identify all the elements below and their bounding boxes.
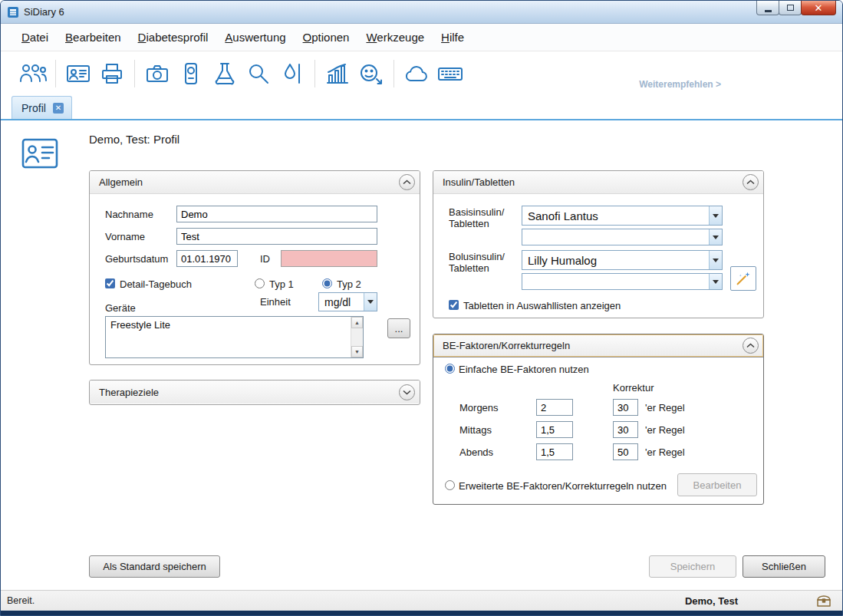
- lab-flask-icon[interactable]: [208, 57, 242, 91]
- speichern-button[interactable]: Speichern: [649, 555, 736, 578]
- devices-more-button[interactable]: ...: [387, 318, 410, 338]
- keyboard-icon[interactable]: [433, 57, 467, 91]
- menu-diabetesprofil[interactable]: Diabetesprofil: [131, 28, 216, 47]
- menu-bearbeiten[interactable]: Bearbeiten: [58, 28, 128, 47]
- app-icon: [7, 6, 19, 18]
- panel-be-faktoren-header: BE-Faktoren/Korrekturregeln: [433, 334, 763, 357]
- nachname-input[interactable]: [176, 206, 377, 222]
- als-standard-speichern-button[interactable]: Als Standard speichern: [89, 555, 220, 578]
- panel-therapieziele: Therapieziele: [89, 380, 420, 405]
- typ2-radio[interactable]: [322, 278, 332, 288]
- abends-korrektur-input[interactable]: [613, 443, 638, 460]
- nachname-label: Nachname: [105, 209, 153, 220]
- device-icon[interactable]: [174, 57, 208, 91]
- collapse-insulin-button[interactable]: [743, 174, 759, 190]
- einfache-be-label: Einfache BE-Faktoren nutzen: [459, 364, 589, 375]
- bolusinsulin-select[interactable]: Lilly Humalog: [522, 250, 723, 270]
- tab-close-icon[interactable]: ✕: [53, 103, 64, 114]
- search-icon[interactable]: [242, 57, 275, 91]
- patients-icon[interactable]: [16, 57, 50, 91]
- menu-werkzeuge[interactable]: Werkzeuge: [359, 28, 431, 47]
- mittags-label: Mittags: [459, 424, 492, 436]
- recommend-link[interactable]: Weiterempfehlen >: [639, 79, 721, 90]
- profile-card-icon[interactable]: [61, 57, 95, 91]
- menu-auswertung[interactable]: Auswertung: [218, 28, 292, 47]
- morgens-faktor-input[interactable]: [536, 399, 573, 416]
- menu-datei[interactable]: Datei: [15, 28, 55, 47]
- devices-scrollbar[interactable]: ▲ ▼: [351, 317, 363, 357]
- vorname-label: Vorname: [105, 231, 145, 242]
- einfache-be-radio[interactable]: [445, 364, 455, 374]
- geburtsdatum-input[interactable]: [176, 250, 238, 267]
- chevron-down-icon: [709, 229, 722, 245]
- abends-regel-label: 'er Regel: [645, 446, 685, 458]
- tabletten-anzeigen-label: Tabletten in Auswahllisten anzeigen: [463, 300, 621, 311]
- chevron-down-icon: [709, 251, 722, 269]
- schliessen-button[interactable]: Schließen: [743, 555, 825, 578]
- panel-be-faktoren: BE-Faktoren/Korrekturregeln Einfache BE-…: [433, 334, 764, 505]
- basisinsulin-select-2[interactable]: [522, 229, 723, 245]
- camera-icon[interactable]: [140, 57, 174, 91]
- chevron-up-icon: [403, 180, 411, 185]
- smiley-icon[interactable]: [354, 57, 388, 91]
- statistics-icon[interactable]: [321, 57, 354, 91]
- bolusinsulin-select-2[interactable]: [522, 273, 723, 290]
- insulin-wizard-button[interactable]: [730, 266, 756, 291]
- typ1-label: Typ 1: [269, 278, 294, 290]
- status-bar: Bereit. Demo, Test: [1, 590, 842, 611]
- tabletten-anzeigen-checkbox[interactable]: [449, 300, 459, 310]
- panel-allgemein: Allgemein Nachname Vorname Geburtsdatum …: [89, 170, 420, 365]
- abends-faktor-input[interactable]: [536, 443, 573, 460]
- panel-insulin: Insulin/Tabletten Basisinsulin/ Tablette…: [433, 170, 764, 318]
- close-button[interactable]: ✕: [801, 1, 836, 15]
- collapse-be-faktoren-button[interactable]: [743, 338, 759, 354]
- morgens-label: Morgens: [459, 402, 499, 413]
- geburtsdatum-label: Geburtsdatum: [105, 253, 168, 265]
- toolbar-separator: [134, 60, 135, 87]
- profile-page-icon: [21, 137, 58, 170]
- basisinsulin-select[interactable]: Sanofi Lantus: [522, 206, 723, 226]
- panel-insulin-title: Insulin/Tabletten: [443, 176, 743, 188]
- id-input[interactable]: [281, 250, 377, 267]
- expand-therapieziele-button[interactable]: [399, 384, 415, 400]
- scroll-up-icon[interactable]: ▲: [351, 317, 363, 328]
- magic-wand-icon: [735, 270, 752, 287]
- app-window: SiDiary 6 ✕ Datei Bearbeiten Diabetespro…: [0, 0, 843, 616]
- scroll-down-icon[interactable]: ▼: [351, 346, 363, 357]
- print-icon[interactable]: [95, 57, 129, 91]
- collapse-allgemein-button[interactable]: [399, 174, 415, 190]
- chest-icon: [816, 594, 831, 608]
- menu-optionen[interactable]: Optionen: [296, 28, 357, 47]
- detail-tagebuch-checkbox[interactable]: [105, 278, 115, 288]
- menu-bar: Datei Bearbeiten Diabetesprofil Auswertu…: [1, 24, 842, 51]
- id-label: ID: [260, 253, 270, 265]
- glucose-pen-icon[interactable]: [275, 57, 309, 91]
- chevron-down-icon: [403, 390, 411, 395]
- devices-textarea[interactable]: Freestyle Lite ▲ ▼: [105, 316, 364, 358]
- tab-profil[interactable]: Profil ✕: [12, 96, 72, 119]
- bolusinsulin-value-2: [522, 274, 709, 289]
- einheit-select[interactable]: mg/dl: [318, 292, 377, 311]
- main-content: Demo, Test: Profil Allgemein Nachname Vo…: [1, 120, 842, 590]
- panel-allgemein-header: Allgemein: [90, 171, 420, 194]
- vorname-input[interactable]: [176, 228, 377, 245]
- panel-allgemein-title: Allgemein: [99, 176, 399, 188]
- mittags-faktor-input[interactable]: [536, 421, 573, 438]
- abends-label: Abends: [459, 446, 493, 458]
- chevron-down-icon: [709, 206, 722, 225]
- morgens-korrektur-input[interactable]: [613, 399, 638, 416]
- erweiterte-be-radio[interactable]: [445, 480, 455, 490]
- mittags-korrektur-input[interactable]: [613, 421, 638, 438]
- maximize-icon: [787, 5, 794, 11]
- toolbar-separator: [55, 60, 56, 87]
- window-title: SiDiary 6: [24, 6, 64, 18]
- minimize-button[interactable]: [756, 1, 779, 15]
- panel-therapieziele-header: Therapieziele: [90, 380, 420, 404]
- menu-hilfe[interactable]: Hilfe: [434, 28, 471, 47]
- typ1-radio[interactable]: [255, 278, 265, 288]
- cloud-icon[interactable]: [400, 57, 433, 91]
- window-bottom-edge: [1, 611, 842, 615]
- maximize-button[interactable]: [779, 1, 802, 15]
- chevron-down-icon: [709, 274, 722, 289]
- bearbeiten-button[interactable]: Bearbeiten: [677, 473, 757, 496]
